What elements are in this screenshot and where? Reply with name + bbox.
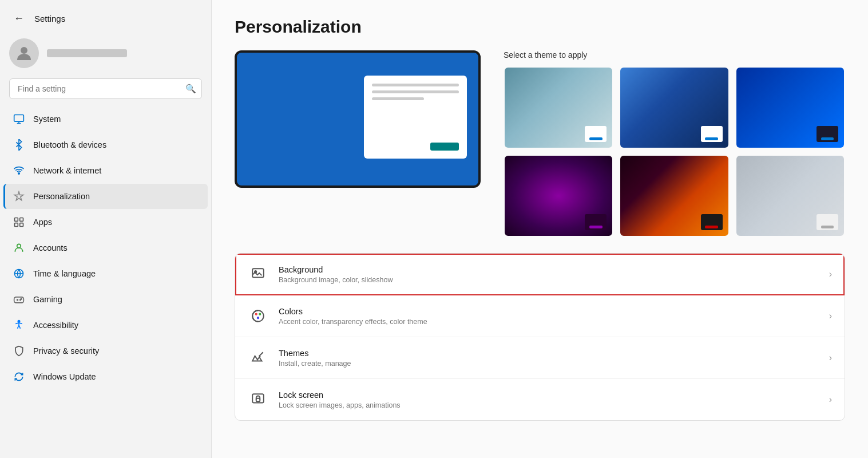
theme-mini-btn-3	[821, 137, 834, 140]
back-button[interactable]: ←	[9, 10, 29, 27]
sidebar-item-accounts[interactable]: Accounts	[3, 235, 208, 260]
svg-rect-3	[15, 218, 18, 222]
accessibility-icon	[13, 319, 25, 331]
themes-icon	[248, 348, 268, 368]
sidebar-item-personalization[interactable]: Personalization	[3, 184, 208, 209]
svg-point-17	[259, 313, 261, 315]
settings-item-lock-screen[interactable]: Lock screen Lock screen images, apps, an…	[235, 379, 845, 420]
sidebar-item-privacy[interactable]: Privacy & security	[3, 338, 208, 364]
monitor-icon	[13, 113, 25, 125]
sidebar-item-bluetooth-label: Bluetooth & devices	[33, 140, 106, 149]
theme-card-1[interactable]	[504, 66, 613, 149]
network-icon	[13, 164, 25, 177]
theme-bg-2	[620, 68, 728, 148]
sidebar-item-accessibility-label: Accessibility	[33, 321, 78, 330]
theme-card-6[interactable]	[735, 155, 845, 237]
svg-point-7	[17, 244, 21, 248]
apps-icon	[13, 216, 25, 228]
svg-rect-1	[14, 115, 24, 122]
theme-mini-window-1	[585, 126, 607, 142]
app-title: Settings	[34, 14, 65, 23]
theme-mini-window-2	[701, 126, 723, 142]
search-input[interactable]	[9, 78, 202, 99]
user-icon	[15, 44, 33, 62]
chevron-right-colors: ›	[829, 311, 832, 321]
theme-mini-btn-2	[705, 137, 718, 140]
chevron-right-background: ›	[829, 269, 832, 279]
theme-card-3[interactable]	[735, 66, 845, 149]
sidebar-item-apps[interactable]: Apps	[3, 210, 208, 235]
svg-point-0	[21, 47, 27, 54]
theme-bg-1	[505, 68, 612, 148]
theme-mini-window-4	[585, 214, 607, 230]
theme-mini-btn-1	[589, 137, 602, 140]
themes-section: Select a theme to apply	[504, 50, 845, 237]
svg-rect-4	[20, 218, 23, 222]
page-title: Personalization	[235, 17, 845, 37]
colors-text: Colors Accent color, transparency effect…	[279, 307, 819, 326]
sidebar-item-accessibility[interactable]: Accessibility	[3, 313, 208, 338]
sidebar-item-time[interactable]: Time & language	[3, 261, 208, 286]
window-line-1	[372, 84, 459, 86]
theme-mini-btn-5	[705, 226, 718, 228]
theme-bg-5	[620, 156, 728, 236]
lock-screen-subtitle: Lock screen images, apps, animations	[279, 401, 819, 409]
themes-subtitle: Install, create, manage	[279, 360, 819, 368]
themes-label: Select a theme to apply	[504, 50, 845, 60]
sidebar-item-network[interactable]: Network & internet	[3, 158, 208, 183]
sidebar-item-accounts-label: Accounts	[33, 243, 68, 252]
window-line-3	[372, 97, 424, 100]
theme-mini-btn-6	[821, 226, 834, 228]
background-title: Background	[279, 265, 819, 274]
background-icon	[248, 264, 268, 285]
svg-rect-21	[256, 398, 260, 401]
svg-point-14	[255, 271, 256, 273]
themes-grid	[504, 66, 845, 237]
sidebar: ← Settings 🔍 System	[0, 0, 212, 458]
window-line-2	[372, 90, 459, 93]
main-content: Personalization Select a theme to apply	[212, 0, 868, 458]
sidebar-header: ← Settings	[0, 0, 211, 33]
preview-container	[235, 50, 481, 188]
settings-item-themes[interactable]: Themes Install, create, manage ›	[235, 337, 845, 379]
bluetooth-icon	[13, 139, 25, 151]
avatar	[9, 38, 39, 68]
svg-point-12	[18, 321, 19, 322]
theme-card-2[interactable]	[619, 66, 729, 149]
sidebar-item-update[interactable]: Windows Update	[3, 364, 208, 389]
sidebar-item-privacy-label: Privacy & security	[33, 346, 99, 356]
svg-point-18	[257, 317, 259, 319]
background-text: Background Background image, color, slid…	[279, 265, 819, 284]
theme-card-5[interactable]	[619, 155, 729, 237]
user-name	[47, 49, 127, 57]
svg-point-2	[18, 173, 20, 175]
lock-screen-title: Lock screen	[279, 390, 819, 400]
themes-title: Themes	[279, 349, 819, 358]
sidebar-item-system[interactable]: System	[3, 106, 208, 132]
svg-rect-9	[14, 297, 24, 303]
sidebar-item-gaming[interactable]: Gaming	[3, 287, 208, 312]
settings-item-colors[interactable]: Colors Accent color, transparency effect…	[235, 295, 845, 337]
sidebar-item-personalization-label: Personalization	[33, 192, 90, 201]
theme-bg-6	[736, 156, 844, 236]
top-row: Select a theme to apply	[235, 50, 845, 237]
sidebar-item-network-label: Network & internet	[33, 166, 101, 175]
chevron-right-themes: ›	[829, 353, 832, 363]
svg-point-11	[21, 298, 22, 299]
chevron-right-lock-screen: ›	[829, 394, 832, 405]
paint-icon	[13, 190, 25, 203]
person-icon	[13, 242, 25, 254]
themes-text: Themes Install, create, manage	[279, 349, 819, 368]
sidebar-item-gaming-label: Gaming	[33, 295, 62, 304]
svg-rect-5	[15, 223, 18, 227]
settings-item-background[interactable]: Background Background image, color, slid…	[235, 254, 845, 295]
colors-subtitle: Accent color, transparency effects, colo…	[279, 318, 819, 326]
monitor-preview	[235, 50, 481, 188]
user-section	[0, 33, 211, 76]
sidebar-item-bluetooth[interactable]: Bluetooth & devices	[3, 132, 208, 157]
svg-rect-6	[20, 223, 23, 227]
sidebar-item-system-label: System	[33, 114, 61, 124]
shield-icon	[13, 345, 25, 357]
theme-card-4[interactable]	[504, 155, 613, 237]
nav-list: System Bluetooth & devices Network & int…	[0, 105, 211, 458]
